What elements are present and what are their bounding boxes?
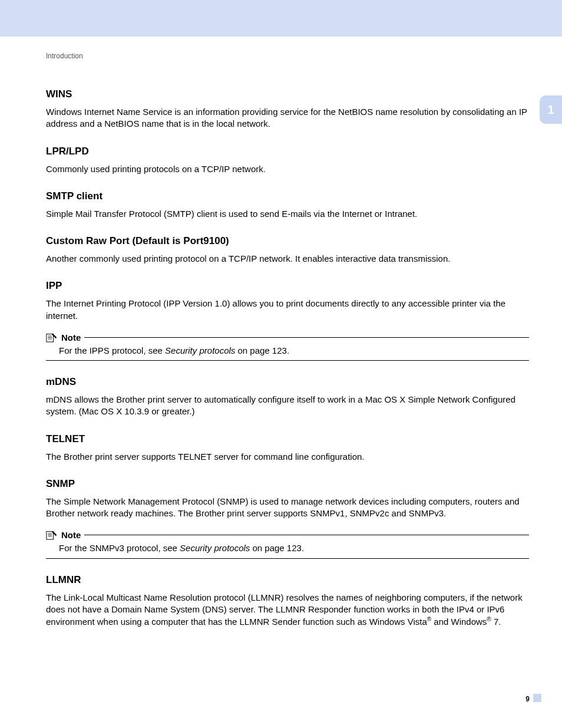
note-snmpv3-post: on page 123.	[250, 543, 304, 553]
page-number: 9	[525, 695, 530, 703]
note-ipps-text: For the IPPS protocol, see Security prot…	[46, 345, 529, 361]
note-label: Note	[61, 332, 81, 342]
page-footer-marker	[533, 694, 541, 702]
page-content: Introduction WINS Windows Internet Name …	[0, 37, 562, 628]
note-snmpv3-pre: For the SNMPv3 protocol, see	[59, 543, 180, 553]
body-smtp: Simple Mail Transfer Protocol (SMTP) cli…	[46, 208, 529, 220]
heading-rawport: Custom Raw Port (Default is Port9100)	[46, 235, 529, 247]
note-ipps: Note For the IPPS protocol, see Security…	[46, 332, 529, 361]
note-icon	[46, 332, 58, 342]
body-rawport: Another commonly used printing protocol …	[46, 253, 529, 265]
heading-lprlpd: LPR/LPD	[46, 146, 529, 157]
heading-snmp: SNMP	[46, 478, 529, 490]
heading-wins: WINS	[46, 88, 529, 100]
heading-mdns: mDNS	[46, 376, 529, 388]
svg-rect-0	[47, 334, 54, 341]
header-blue-bar	[0, 0, 562, 37]
note-snmpv3: Note For the SNMPv3 protocol, see Securi…	[46, 530, 529, 558]
note-header: Note	[46, 332, 529, 342]
llmnr-mid: and Windows	[431, 617, 487, 627]
note-snmpv3-text: For the SNMPv3 protocol, see Security pr…	[46, 542, 529, 558]
body-llmnr: The Link-Local Multicast Name Resolution…	[46, 592, 529, 628]
llmnr-post: 7.	[491, 617, 501, 627]
note-ipps-pre: For the IPPS protocol, see	[59, 345, 165, 355]
body-mdns: mDNS allows the Brother print server to …	[46, 394, 529, 418]
chapter-tab: 1	[540, 95, 562, 124]
body-ipp: The Internet Printing Protocol (IPP Vers…	[46, 298, 529, 322]
heading-ipp: IPP	[46, 280, 529, 292]
heading-smtp: SMTP client	[46, 190, 529, 202]
heading-llmnr: LLMNR	[46, 574, 529, 586]
note-ipps-link[interactable]: Security protocols	[165, 345, 235, 355]
heading-telnet: TELNET	[46, 433, 529, 445]
body-snmp: The Simple Network Management Protocol (…	[46, 496, 529, 520]
note-header: Note	[46, 530, 529, 540]
body-lprlpd: Commonly used printing protocols on a TC…	[46, 163, 529, 175]
note-icon	[46, 530, 58, 540]
body-wins: Windows Internet Name Service is an info…	[46, 106, 529, 130]
body-telnet: The Brother print server supports TELNET…	[46, 451, 529, 463]
chapter-tab-number: 1	[547, 103, 554, 117]
note-rule	[84, 337, 529, 338]
note-rule	[84, 535, 529, 535]
breadcrumb: Introduction	[46, 52, 529, 60]
registered-mark-icon: ®	[487, 616, 491, 622]
svg-rect-4	[47, 532, 54, 539]
note-ipps-post: on page 123.	[235, 345, 289, 355]
note-snmpv3-link[interactable]: Security protocols	[180, 543, 250, 553]
note-label: Note	[61, 530, 81, 540]
